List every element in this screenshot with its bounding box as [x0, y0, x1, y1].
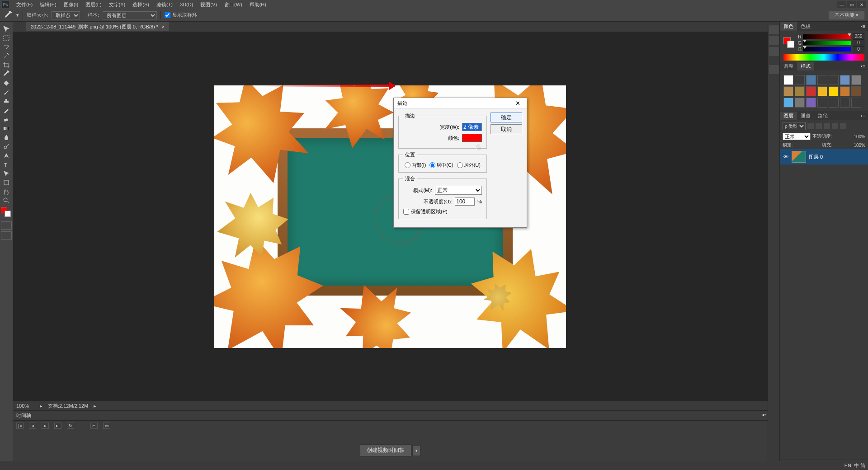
color-well[interactable] — [462, 134, 482, 142]
visibility-icon[interactable]: 👁 — [783, 154, 789, 160]
minimize-button[interactable]: — — [837, 1, 846, 8]
timeline-panel-header[interactable]: 时间轴 ◂▪ — [13, 410, 768, 420]
menu-window[interactable]: 窗口(W) — [221, 0, 246, 9]
layer-name[interactable]: 图层 0 — [809, 154, 823, 160]
magic-wand-tool[interactable] — [1, 52, 12, 61]
tab-layers[interactable]: 图层 — [780, 112, 797, 120]
preserve-transparency-checkbox[interactable] — [403, 209, 409, 215]
style-swatch[interactable] — [817, 75, 827, 85]
type-tool[interactable]: T — [1, 160, 12, 169]
filter-type-icon[interactable] — [824, 123, 830, 129]
paragraph-panel-icon[interactable] — [769, 47, 779, 56]
style-swatch[interactable] — [795, 75, 805, 85]
style-swatch[interactable] — [829, 86, 839, 96]
dropdown-indicator-icon[interactable]: ▾ — [16, 12, 19, 18]
character-panel-icon[interactable] — [769, 36, 779, 45]
r-slider[interactable] — [803, 34, 851, 39]
create-video-timeline-button[interactable]: 创建视频时间轴 — [360, 444, 411, 456]
tab-styles[interactable]: 样式 — [797, 62, 814, 70]
history-brush-tool[interactable] — [1, 106, 12, 115]
lang-indicator[interactable]: EN — [844, 463, 851, 468]
b-value[interactable]: 0 — [853, 46, 864, 52]
brush-tool[interactable] — [1, 88, 12, 97]
menu-edit[interactable]: 编辑(E) — [36, 0, 60, 9]
style-swatch[interactable] — [840, 75, 850, 85]
width-input[interactable] — [462, 123, 482, 131]
sample-size-select[interactable]: 取样点 — [52, 11, 80, 19]
chevron-right-icon[interactable]: ▸ — [40, 403, 42, 409]
show-sampling-ring-checkbox[interactable]: 显示取样环 — [165, 12, 197, 19]
ime-indicator[interactable]: 中 简 — [854, 462, 865, 469]
style-swatch[interactable] — [806, 86, 816, 96]
eyedropper-tool[interactable] — [1, 70, 12, 79]
timeline-type-dropdown[interactable]: ▾ — [412, 445, 420, 456]
panel-menu-icon[interactable]: ▪≡ — [858, 63, 868, 69]
layer-item[interactable]: 👁 图层 0 — [780, 149, 868, 164]
tab-adjustments[interactable]: 调整 — [780, 62, 797, 70]
style-swatch[interactable] — [851, 86, 861, 96]
first-frame-button[interactable]: |◂ — [16, 423, 24, 429]
tab-swatches[interactable]: 色板 — [797, 22, 814, 31]
eraser-tool[interactable] — [1, 115, 12, 124]
properties-panel-icon[interactable] — [769, 65, 779, 74]
color-swatches[interactable] — [0, 207, 13, 221]
document-tab[interactable]: 2022-12-08_111449_副本.png @ 100% (图层 0, R… — [26, 22, 169, 31]
panel-menu-icon[interactable]: ▪≡ — [858, 113, 868, 118]
tab-channels[interactable]: 通道 — [797, 112, 814, 120]
g-slider[interactable] — [803, 41, 851, 45]
stamp-tool[interactable] — [1, 97, 12, 106]
style-swatch[interactable] — [783, 86, 793, 96]
panel-menu-icon[interactable]: ▪≡ — [858, 24, 868, 29]
menu-image[interactable]: 图像(I) — [60, 0, 82, 9]
filter-shape-icon[interactable] — [832, 123, 838, 129]
layer-opacity-value[interactable]: 100% — [854, 134, 865, 139]
style-swatch[interactable] — [795, 86, 805, 96]
layer-thumbnail[interactable] — [792, 151, 806, 163]
menu-3d[interactable]: 3D(D) — [176, 1, 197, 8]
fill-value[interactable]: 100% — [854, 143, 865, 148]
marquee-tool[interactable] — [1, 33, 12, 42]
position-inside-radio[interactable]: 内部(I) — [405, 162, 426, 169]
ok-button[interactable]: 确定 — [491, 113, 522, 122]
r-value[interactable]: 255 — [853, 33, 864, 40]
loop-button[interactable]: ↻ — [67, 423, 74, 429]
style-swatch[interactable] — [806, 75, 816, 85]
blur-tool[interactable] — [1, 133, 12, 142]
zoom-level[interactable]: 100% — [16, 403, 34, 409]
path-select-tool[interactable] — [1, 169, 12, 178]
close-icon[interactable]: × — [162, 24, 165, 29]
maximize-button[interactable]: ▭ — [847, 1, 856, 8]
history-panel-icon[interactable] — [769, 25, 779, 34]
play-button[interactable]: ▸ — [42, 423, 49, 429]
sample-select[interactable]: 所有图层 — [103, 11, 157, 19]
style-swatch[interactable] — [783, 98, 793, 108]
menu-select[interactable]: 选择(S) — [129, 0, 153, 9]
mode-select[interactable]: 正常 — [435, 186, 482, 195]
panel-menu-icon[interactable]: ◂▪ — [762, 412, 766, 417]
style-swatch[interactable] — [829, 75, 839, 85]
color-spectrum[interactable] — [783, 54, 864, 61]
show-sampling-ring-input[interactable] — [165, 12, 170, 18]
crop-tool[interactable] — [1, 61, 12, 70]
position-center-radio[interactable]: 居中(C) — [429, 162, 453, 169]
next-frame-button[interactable]: ▸| — [54, 423, 61, 429]
style-swatch[interactable] — [783, 75, 793, 85]
style-swatch[interactable] — [817, 98, 827, 108]
style-swatch[interactable] — [840, 86, 850, 96]
gradient-tool[interactable] — [1, 124, 12, 133]
shape-tool[interactable] — [1, 178, 12, 187]
style-swatch[interactable] — [795, 98, 805, 108]
style-swatch[interactable] — [829, 98, 839, 108]
b-slider[interactable] — [803, 47, 851, 52]
transition-button[interactable]: ▭ — [103, 423, 110, 429]
workspace-switcher[interactable]: 基本功能 ▾ — [829, 11, 864, 19]
position-outside-radio[interactable]: 居外(U) — [457, 162, 481, 169]
style-swatch[interactable] — [840, 98, 850, 108]
menu-file[interactable]: 文件(F) — [13, 0, 36, 9]
layer-filter-select[interactable]: ρ 类型 — [783, 122, 806, 130]
pen-tool[interactable] — [1, 151, 12, 160]
filter-pixel-icon[interactable] — [807, 123, 814, 129]
healing-tool[interactable] — [1, 79, 12, 88]
screenmode-toggle[interactable] — [1, 231, 12, 240]
dialog-titlebar[interactable]: 描边 ✕ — [394, 98, 527, 109]
